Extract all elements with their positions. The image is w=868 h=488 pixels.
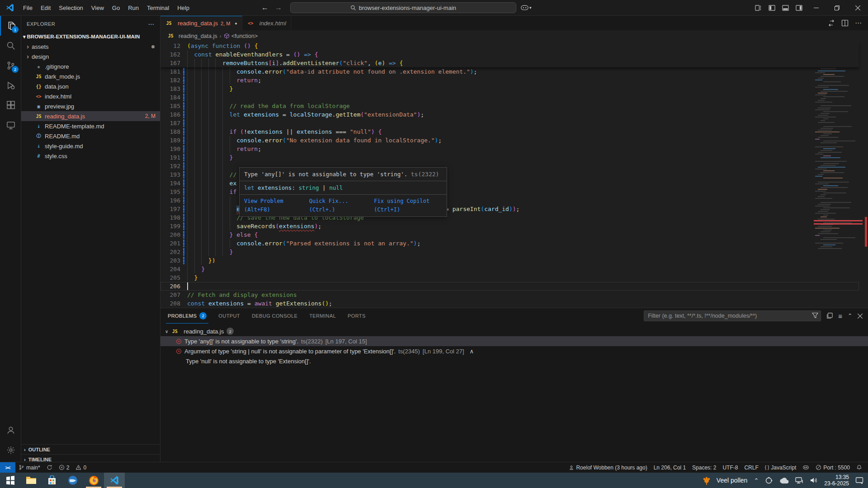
status-warning[interactable]: 0: [72, 462, 90, 473]
editor[interactable]: 181console.error("data-id attribute not …: [160, 42, 868, 308]
close-panel-icon[interactable]: [858, 314, 863, 319]
activity-manage-icon[interactable]: [0, 440, 21, 460]
code-line[interactable]: 201console.error("Parsed extensions is n…: [160, 239, 859, 248]
volume-icon[interactable]: [810, 477, 818, 484]
activity-explorer-icon[interactable]: 1: [0, 16, 21, 36]
code-line[interactable]: 181console.error("data-id attribute not …: [160, 67, 859, 76]
tree-item-index.html[interactable]: <>index.html: [21, 91, 160, 101]
outline-section[interactable]: › OUTLINE: [21, 444, 160, 454]
remote-indicator[interactable]: ><: [0, 462, 15, 473]
activity-source-control-icon[interactable]: 2: [0, 56, 21, 75]
menu-edit[interactable]: Edit: [37, 3, 55, 13]
toggle-secondary-sidebar-icon[interactable]: [792, 2, 806, 14]
problems-filter-input[interactable]: [644, 310, 821, 321]
back-icon[interactable]: ←: [261, 4, 269, 12]
code-line[interactable]: 167removeButtons[i].addEventListener("cl…: [160, 59, 859, 67]
code-line[interactable]: 191}: [160, 153, 859, 162]
toggle-primary-sidebar-icon[interactable]: [765, 2, 778, 14]
code-line[interactable]: 182return;: [160, 76, 859, 84]
restore-button[interactable]: [826, 0, 847, 15]
code-line[interactable]: 203}): [160, 256, 859, 265]
panel-tab-terminal[interactable]: TERMINAL: [307, 309, 338, 324]
code-line[interactable]: 199saveRecords(extensions);: [160, 222, 859, 230]
tree-item-.gitignore[interactable]: ◆.gitignore: [21, 61, 160, 71]
taskbar-vscode-icon[interactable]: [104, 473, 125, 488]
taskbar-start-icon[interactable]: [0, 473, 21, 488]
notification-center-icon[interactable]: [855, 477, 863, 484]
weather-widget[interactable]: Veel pollen: [701, 475, 748, 486]
problems-file-group[interactable]: ∨JSreading_data.js2: [160, 326, 868, 336]
status-javascript[interactable]: { }JavaScript: [762, 462, 800, 473]
breadcrumb-item[interactable]: <function>: [224, 33, 258, 39]
code-line[interactable]: 187: [160, 119, 859, 127]
code-line[interactable]: 185// read the data from localStorage: [160, 102, 859, 110]
more-actions-icon[interactable]: ⋯: [855, 19, 862, 27]
code-line[interactable]: 188if (!extensions || extensions === "nu…: [160, 127, 859, 136]
code-line[interactable]: 184: [160, 93, 859, 102]
tree-item-preview.jpg[interactable]: ▣preview.jpg: [21, 101, 160, 111]
split-editor-icon[interactable]: [841, 19, 849, 27]
tooltip-action-link[interactable]: View Problem (Alt+F8): [244, 197, 299, 214]
collapse-icon[interactable]: ∧: [470, 348, 474, 355]
code-line[interactable]: 205}: [160, 273, 859, 282]
menu-go[interactable]: Go: [108, 3, 124, 13]
tab-index.html[interactable]: <>index.html: [242, 16, 291, 30]
status-bell[interactable]: [853, 462, 865, 473]
status-port-5500[interactable]: Port : 5500: [812, 462, 853, 473]
activity-extensions-icon[interactable]: [0, 95, 21, 115]
code-line[interactable]: 183}: [160, 84, 859, 93]
minimap[interactable]: [814, 42, 863, 308]
code-line[interactable]: 186let extensions = localStorage.getItem…: [160, 110, 859, 119]
code-line[interactable]: 189console.error("No extension data foun…: [160, 136, 859, 145]
code-line[interactable]: 190return;: [160, 145, 859, 153]
filter-icon[interactable]: [812, 312, 818, 319]
open-changes-icon[interactable]: [828, 19, 835, 27]
problem-row[interactable]: Type 'any[]' is not assignable to type '…: [160, 336, 868, 346]
minimize-button[interactable]: [806, 0, 826, 15]
hidden-icons-chevron[interactable]: ⌃: [754, 477, 759, 484]
tooltip-action-link[interactable]: Quick Fix... (Ctrl+.): [309, 197, 364, 214]
menu-file[interactable]: File: [19, 3, 37, 13]
code-line[interactable]: 208const extensions = await getExtension…: [160, 299, 859, 308]
panel-tab-ports[interactable]: PORTS: [346, 309, 368, 324]
menu-selection[interactable]: Selection: [55, 3, 87, 13]
taskbar-file-explorer-icon[interactable]: [21, 473, 42, 488]
tree-item-data.json[interactable]: {}data.json: [21, 81, 160, 91]
forward-icon[interactable]: →: [275, 4, 282, 12]
status-ln-206-col-1[interactable]: Ln 206, Col 1: [651, 462, 689, 473]
view-as-table-icon[interactable]: ≡: [838, 312, 842, 320]
onedrive-icon[interactable]: [779, 477, 789, 484]
problem-row[interactable]: Type 'null' is not assignable to type 'E…: [160, 356, 868, 366]
explorer-root-folder[interactable]: ▾ BROWSER-EXTENSIONS-MANAGER-UI-MAIN: [21, 32, 160, 42]
taskbar-thunderbird-icon[interactable]: [62, 473, 83, 488]
tab-reading_data.js[interactable]: JSreading_data.js2, M●: [160, 16, 242, 30]
tree-item-README.md[interactable]: ⓘREADME.md: [21, 131, 160, 141]
code-line[interactable]: 207// Fetch and display extensions: [160, 291, 859, 299]
status-roelof-wobben-3-hours-ago-[interactable]: Roelof Wobben (3 hours ago): [566, 462, 650, 473]
network-icon[interactable]: [795, 477, 803, 484]
problem-row[interactable]: Argument of type 'string | null' is not …: [160, 346, 868, 356]
activity-remote-explorer-icon[interactable]: [0, 115, 21, 135]
status-copilot[interactable]: [799, 462, 812, 473]
menu-help[interactable]: Help: [173, 3, 193, 13]
code-line[interactable]: 162const enableEventhandlers = () => {: [160, 50, 859, 59]
panel-tab-problems[interactable]: PROBLEMS2: [166, 309, 208, 324]
status-sync[interactable]: [43, 462, 56, 473]
status-spaces-2[interactable]: Spaces: 2: [689, 462, 719, 473]
menu-view[interactable]: View: [87, 3, 108, 13]
status-utf-8[interactable]: UTF-8: [719, 462, 741, 473]
copilot-menu[interactable]: ▾: [521, 5, 532, 11]
status-error[interactable]: 2: [56, 462, 73, 473]
menu-terminal[interactable]: Terminal: [143, 3, 173, 13]
breadcrumb-item[interactable]: JSreading_data.js: [167, 33, 217, 39]
code-line[interactable]: 204}: [160, 265, 859, 273]
code-line[interactable]: 200} else {: [160, 230, 859, 239]
panel-tab-debug-console[interactable]: DEBUG CONSOLE: [250, 309, 299, 324]
tree-item-style.css[interactable]: #style.css: [21, 151, 160, 161]
menu-run[interactable]: Run: [124, 3, 143, 13]
toggle-panel-icon[interactable]: [778, 2, 792, 14]
activity-search-icon[interactable]: [0, 36, 21, 56]
close-button[interactable]: [847, 0, 868, 15]
command-center-search[interactable]: browser-extensions-manager-ui-main: [290, 2, 516, 13]
code-line[interactable]: 206: [160, 282, 859, 291]
